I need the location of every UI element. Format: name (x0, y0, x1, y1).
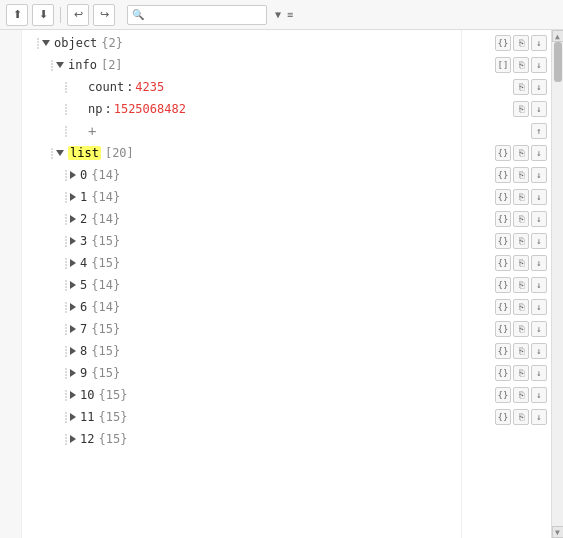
tree-row-np[interactable]: np : 1525068482 (22, 98, 461, 120)
row-num (0, 274, 21, 296)
action-btn-down[interactable]: ↓ (531, 299, 547, 315)
action-btn-copy[interactable]: ⎘ (513, 343, 529, 359)
action-btn-obj[interactable]: {} (495, 321, 511, 337)
action-btn-copy[interactable]: ⎘ (513, 277, 529, 293)
action-btn-down[interactable]: ↓ (531, 211, 547, 227)
expand-icon[interactable] (70, 215, 76, 223)
action-btn-copy[interactable]: ⎘ (513, 57, 529, 73)
action-btn-up[interactable]: ↑ (531, 123, 547, 139)
action-btn-copy[interactable]: ⎘ (513, 167, 529, 183)
action-btn-obj[interactable]: {} (495, 277, 511, 293)
action-btn-copy[interactable]: ⎘ (513, 387, 529, 403)
action-btn-down[interactable]: ↓ (531, 145, 547, 161)
action-btn-copy[interactable]: ⎘ (513, 79, 529, 95)
action-btn-copy[interactable]: ⎘ (513, 35, 529, 51)
tree-row-item-8[interactable]: 8 {15} (22, 340, 461, 362)
action-btn-copy[interactable]: ⎘ (513, 233, 529, 249)
expand-icon[interactable] (70, 347, 76, 355)
undo-button[interactable]: ↩ (67, 4, 89, 26)
filter-button[interactable]: ▼ ≡ (275, 9, 293, 20)
scroll-thumb[interactable] (554, 42, 562, 82)
action-btn-down[interactable]: ↓ (531, 79, 547, 95)
action-btn-down[interactable]: ↓ (531, 409, 547, 425)
action-btn-down[interactable]: ↓ (531, 321, 547, 337)
action-btn-down[interactable]: ↓ (531, 277, 547, 293)
action-btn-copy[interactable]: ⎘ (513, 101, 529, 117)
collapse-icon[interactable] (56, 150, 64, 156)
action-btn-down[interactable]: ↓ (531, 167, 547, 183)
tree-row-info[interactable]: info [2] (22, 54, 461, 76)
action-btn-obj[interactable]: {} (495, 299, 511, 315)
action-btn-obj[interactable]: {} (495, 167, 511, 183)
tree-row-item-3[interactable]: 3 {15} (22, 230, 461, 252)
tree-row-object[interactable]: object {2} (22, 32, 461, 54)
tree-row-add[interactable]: + (22, 120, 461, 142)
action-btn-down[interactable]: ↓ (531, 343, 547, 359)
action-btn-down[interactable]: ↓ (531, 365, 547, 381)
tree-row-item-5[interactable]: 5 {14} (22, 274, 461, 296)
tree-row-item-9[interactable]: 9 {15} (22, 362, 461, 384)
tree-row-item-10[interactable]: 10 {15} (22, 384, 461, 406)
action-btn-obj[interactable]: {} (495, 189, 511, 205)
action-btn-obj[interactable]: {} (495, 145, 511, 161)
tree-row-item-11[interactable]: 11 {15} (22, 406, 461, 428)
collapse-icon[interactable] (56, 62, 64, 68)
action-btn-obj[interactable]: {} (495, 255, 511, 271)
action-btn-copy[interactable]: ⎘ (513, 299, 529, 315)
action-btn-copy[interactable]: ⎘ (513, 145, 529, 161)
action-btn-obj[interactable]: {} (495, 387, 511, 403)
tree-row-item-6[interactable]: 6 {14} (22, 296, 461, 318)
expand-icon[interactable] (70, 193, 76, 201)
action-btn-obj[interactable]: {} (495, 365, 511, 381)
search-input[interactable] (144, 9, 262, 21)
scroll-up-button[interactable]: ▲ (552, 30, 564, 42)
search-icon: 🔍 (132, 9, 144, 20)
expand-icon[interactable] (70, 391, 76, 399)
expand-icon[interactable] (70, 259, 76, 267)
action-btn-obj[interactable]: {} (495, 35, 511, 51)
add-icon[interactable]: + (88, 123, 96, 139)
action-btn-copy[interactable]: ⎘ (513, 189, 529, 205)
expand-icon[interactable] (70, 435, 76, 443)
expand-icon[interactable] (70, 325, 76, 333)
action-btn-down[interactable]: ↓ (531, 233, 547, 249)
expand-icon[interactable] (70, 237, 76, 245)
tree-row-item-2[interactable]: 2 {14} (22, 208, 461, 230)
action-btn-down[interactable]: ↓ (531, 255, 547, 271)
redo-button[interactable]: ↪ (93, 4, 115, 26)
expand-icon[interactable] (70, 303, 76, 311)
expand-icon[interactable] (70, 281, 76, 289)
expand-icon[interactable] (70, 171, 76, 179)
action-btn-copy[interactable]: ⎘ (513, 365, 529, 381)
scroll-down-button[interactable]: ▼ (552, 526, 564, 538)
tree-row-item-1[interactable]: 1 {14} (22, 186, 461, 208)
action-btn-obj[interactable]: {} (495, 211, 511, 227)
tree-row-item-12[interactable]: 12 {15} (22, 428, 461, 450)
move-up-button[interactable]: ⬆ (6, 4, 28, 26)
action-btn-obj[interactable]: [] (495, 57, 511, 73)
action-btn-down[interactable]: ↓ (531, 387, 547, 403)
action-btn-down[interactable]: ↓ (531, 101, 547, 117)
tree-row-item-7[interactable]: 7 {15} (22, 318, 461, 340)
action-btn-copy[interactable]: ⎘ (513, 321, 529, 337)
tree-row-item-0[interactable]: 0 {14} (22, 164, 461, 186)
action-btn-down[interactable]: ↓ (531, 35, 547, 51)
count-label: {15} (91, 256, 120, 270)
expand-icon[interactable] (70, 369, 76, 377)
action-btn-obj[interactable]: {} (495, 233, 511, 249)
collapse-icon[interactable] (42, 40, 50, 46)
tree-row-item-4[interactable]: 4 {15} (22, 252, 461, 274)
action-btn-down[interactable]: ↓ (531, 189, 547, 205)
action-btn-copy[interactable]: ⎘ (513, 409, 529, 425)
action-btn-copy[interactable]: ⎘ (513, 211, 529, 227)
expand-icon[interactable] (70, 413, 76, 421)
action-btn-down[interactable]: ↓ (531, 57, 547, 73)
action-btn-obj[interactable]: {} (495, 409, 511, 425)
tree-row-count[interactable]: count : 4235 (22, 76, 461, 98)
action-btn-copy[interactable]: ⎘ (513, 255, 529, 271)
tree-row-list[interactable]: list [20] (22, 142, 461, 164)
count-label: {14} (91, 212, 120, 226)
action-btn-obj[interactable]: {} (495, 343, 511, 359)
move-down-button[interactable]: ⬇ (32, 4, 54, 26)
scroll-track[interactable] (553, 42, 563, 526)
